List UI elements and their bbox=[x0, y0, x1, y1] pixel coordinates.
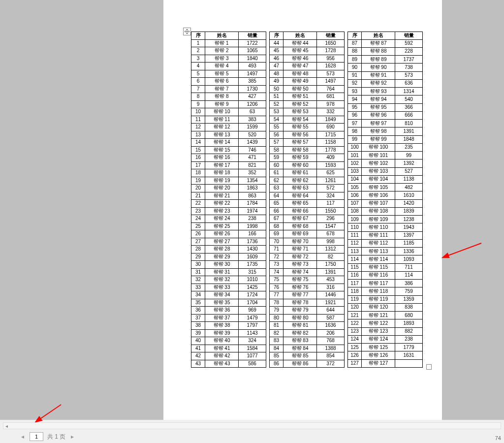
cell-name: 帮帮 127 bbox=[362, 359, 395, 368]
pager-next-icon[interactable]: ▸ bbox=[69, 434, 75, 440]
cell-seq: 117 bbox=[348, 280, 362, 287]
cell-seq: 30 bbox=[191, 261, 205, 269]
cell-seq: 102 bbox=[348, 159, 362, 167]
cell-seq: 7 bbox=[191, 85, 205, 93]
cell-seq: 124 bbox=[348, 335, 362, 343]
cell-sales: 1784 bbox=[239, 200, 266, 208]
cell-seq: 115 bbox=[348, 263, 362, 271]
cell-name: 帮帮 82 bbox=[284, 329, 317, 337]
cell-name: 帮帮 105 bbox=[362, 184, 395, 191]
cell-sales: 1010 bbox=[239, 276, 266, 284]
table-row: 4帮帮 4493 bbox=[191, 63, 266, 70]
cell-seq: 91 bbox=[348, 71, 362, 79]
cell-name: 帮帮 74 bbox=[284, 268, 317, 276]
table-row: 102帮帮 1021392 bbox=[348, 159, 423, 167]
cell-sales: 882 bbox=[395, 327, 423, 335]
cell-name: 帮帮 65 bbox=[284, 200, 317, 208]
table-row: 112帮帮 1121185 bbox=[348, 239, 423, 247]
cell-seq: 95 bbox=[348, 103, 362, 111]
cell-seq: 67 bbox=[270, 215, 284, 223]
cell-name: 帮帮 57 bbox=[284, 139, 317, 147]
table-row: 47帮帮 471628 bbox=[270, 63, 345, 70]
cell-seq: 119 bbox=[348, 295, 362, 303]
cell-name: 帮帮 108 bbox=[362, 207, 395, 215]
cell-seq: 16 bbox=[191, 154, 205, 162]
table-row: 7帮帮 71730 bbox=[191, 85, 266, 93]
table-row: 125帮帮 1251779 bbox=[348, 344, 423, 351]
cell-sales: 315 bbox=[239, 268, 266, 276]
cell-sales: 332 bbox=[317, 108, 345, 116]
cell-name: 帮帮 29 bbox=[205, 253, 239, 261]
scroll-left-icon[interactable]: ◂ bbox=[3, 423, 9, 429]
cell-name: 帮帮 3 bbox=[205, 55, 239, 63]
cell-seq: 36 bbox=[191, 307, 205, 315]
table-row: 36帮帮 36969 bbox=[191, 307, 266, 315]
cell-seq: 75 bbox=[270, 276, 284, 284]
cell-name: 帮帮 72 bbox=[284, 253, 317, 261]
cell-seq: 37 bbox=[191, 314, 205, 322]
cell-name: 帮帮 121 bbox=[362, 312, 395, 319]
table-row: 16帮帮 16471 bbox=[191, 154, 266, 162]
pager: ◂ 共 1 页 ▸ bbox=[20, 432, 75, 441]
cell-sales: 625 bbox=[317, 169, 345, 177]
table-row: 66帮帮 661550 bbox=[270, 207, 345, 215]
table-row: 84帮帮 841388 bbox=[270, 345, 345, 352]
table-row: 87帮帮 87592 bbox=[348, 39, 423, 47]
table-row: 52帮帮 52978 bbox=[270, 100, 345, 108]
cell-seq: 79 bbox=[270, 307, 284, 315]
cell-sales: 1138 bbox=[395, 175, 423, 183]
cell-name: 帮帮 48 bbox=[284, 70, 317, 78]
cell-sales: 1392 bbox=[395, 159, 423, 167]
cell-name: 帮帮 13 bbox=[205, 131, 239, 139]
cell-sales: 1650 bbox=[317, 39, 345, 47]
cell-name: 帮帮 61 bbox=[284, 169, 317, 177]
cell-seq: 21 bbox=[191, 192, 205, 200]
header-name: 姓名 bbox=[205, 32, 239, 40]
cell-seq: 5 bbox=[191, 70, 205, 78]
table-row: 53帮帮 53332 bbox=[270, 108, 345, 116]
table-move-handle-icon[interactable] bbox=[183, 28, 191, 35]
table-row: 83帮帮 83768 bbox=[270, 337, 345, 345]
cell-seq: 35 bbox=[191, 299, 205, 307]
horizontal-scrollbar[interactable]: ◂ bbox=[3, 422, 501, 429]
cell-sales: 759 bbox=[395, 287, 423, 295]
cell-name: 帮帮 93 bbox=[362, 88, 395, 95]
cell-seq: 3 bbox=[191, 55, 205, 63]
table-row: 119帮帮 1191359 bbox=[348, 295, 423, 303]
cell-name: 帮帮 44 bbox=[284, 39, 317, 47]
cell-name: 帮帮 36 bbox=[205, 307, 239, 315]
cell-seq: 84 bbox=[270, 345, 284, 352]
table-row: 79帮帮 79644 bbox=[270, 307, 345, 315]
cell-seq: 97 bbox=[348, 120, 362, 127]
cell-name: 帮帮 110 bbox=[362, 223, 395, 231]
table-row: 110帮帮 1101943 bbox=[348, 223, 423, 231]
cell-sales: 1397 bbox=[395, 231, 423, 239]
cell-seq: 62 bbox=[270, 177, 284, 185]
cell-seq: 15 bbox=[191, 146, 205, 154]
cell-seq: 23 bbox=[191, 207, 205, 215]
cell-seq: 101 bbox=[348, 152, 362, 159]
cell-sales: 969 bbox=[239, 307, 266, 315]
table-row: 93帮帮 931314 bbox=[348, 88, 423, 95]
cell-name: 帮帮 126 bbox=[362, 351, 395, 359]
cell-name: 帮帮 56 bbox=[284, 131, 317, 139]
table-row: 86帮帮 86372 bbox=[270, 360, 345, 368]
pager-prev-icon[interactable]: ◂ bbox=[20, 434, 26, 440]
cell-sales: 316 bbox=[317, 284, 345, 291]
cell-name: 帮帮 76 bbox=[284, 284, 317, 291]
table-row: 92帮帮 92636 bbox=[348, 79, 423, 87]
header-seq: 序 bbox=[191, 32, 205, 40]
cell-name: 帮帮 62 bbox=[284, 177, 317, 185]
table-end-handle-icon[interactable] bbox=[426, 364, 432, 370]
cell-seq: 32 bbox=[191, 276, 205, 284]
data-table: 序姓名销量44帮帮 44165045帮帮 45172846帮帮 4695647帮… bbox=[269, 32, 345, 368]
cell-name: 帮帮 58 bbox=[284, 146, 317, 154]
cell-sales: 854 bbox=[317, 352, 345, 360]
table-row: 19帮帮 191354 bbox=[191, 177, 266, 185]
cell-name: 帮帮 8 bbox=[205, 93, 239, 101]
cell-seq: 44 bbox=[270, 39, 284, 47]
page-number-input[interactable] bbox=[30, 432, 43, 441]
cell-seq: 99 bbox=[348, 135, 362, 143]
table-row: 74帮帮 741391 bbox=[270, 268, 345, 276]
cell-sales: 1547 bbox=[317, 222, 345, 230]
